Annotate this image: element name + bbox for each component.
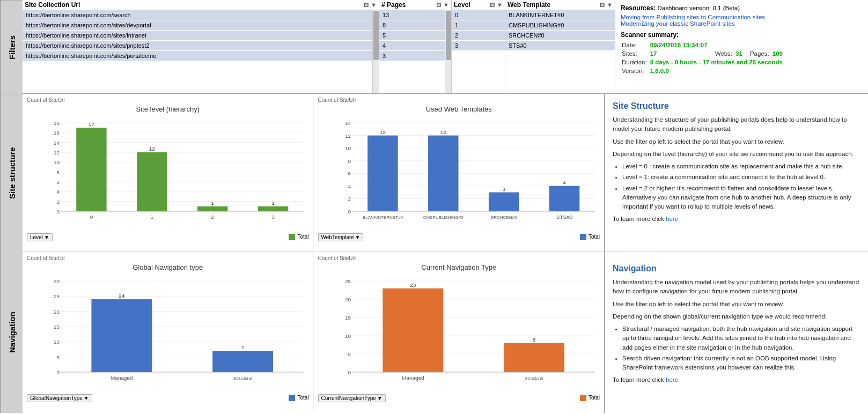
svg-rect-50 [367,136,398,211]
svg-text:14: 14 [344,120,351,126]
filter-item[interactable]: 5 [379,31,451,41]
site-structure-p1: Understanding the structure of your publ… [613,115,860,134]
filter-title-url: Site Collection Url [25,1,80,9]
filter-funnel-icon-template[interactable]: ▼ [607,2,613,9]
content-area: Site Collection Url ⊟ ▼ https://bertonli… [23,0,868,413]
charts-info-area: Count of SiteUrl Site level (hierarchy) … [23,94,868,413]
link-publishing-sites[interactable]: Moving from Publishing sites to Communic… [621,14,765,20]
global-nav-legend-color [289,395,295,401]
filter-scrollbar-pages[interactable] [445,10,451,93]
filter-item[interactable]: SRCHCEN#0 [505,31,615,41]
site-structure-title: Site Structure [613,101,860,111]
svg-text:1: 1 [211,200,214,206]
current-nav-count-label: Count of SiteUrl [318,255,600,261]
filter-scrollbar-url[interactable] [372,10,379,93]
link-modernizing[interactable]: Modernizing your classic SharePoint site… [621,20,735,27]
filter-sort-icon-url[interactable]: ⊟ [364,2,369,9]
svg-text:20: 20 [54,309,60,315]
level-filter-btn[interactable]: Level ▼ [27,233,53,241]
filter-item[interactable]: 3 [452,41,505,51]
filter-item[interactable]: 13 [379,10,451,20]
filter-sort-icon-template[interactable]: ⊟ [600,2,605,9]
svg-text:Managed: Managed [111,375,133,381]
svg-text:16: 16 [54,130,60,136]
duration-value: 0 days - 0 hours - 17 minutes and 25 sec… [650,58,785,66]
filter-scrollbar-thumb-pages [446,11,451,60]
web-templates-chart-area: 0246810121412BLANKINTERNET#012CMSPUBLISH… [318,117,600,230]
filter-item[interactable]: https://bertonline.sharepoint.com/sites/… [23,31,379,41]
filter-item[interactable]: https://bertonline.sharepoint.com/sites/… [23,41,379,51]
site-level-chart-title: Site level (hierarchy) [27,105,309,113]
svg-text:2: 2 [211,214,214,220]
global-nav-count-label: Count of SiteUrl [27,255,309,261]
navigation-learn-more: To learn more click here [613,375,860,385]
svg-text:4: 4 [563,180,566,186]
filter-sort-icon-level[interactable]: ⊟ [490,2,495,9]
scanner-info-table: Date: 09/24/2018 13:34:07 Sites: 17 Webs… [621,40,786,76]
global-nav-filter-btn[interactable]: GlobalNavigationType ▼ [27,394,92,402]
sidebar-labels: Filters Site structure Navigation [0,0,23,413]
site-structure-here-link[interactable]: here [666,216,678,222]
filter-row: Site Collection Url ⊟ ▼ https://bertonli… [23,0,868,94]
svg-text:0: 0 [90,214,93,220]
filter-item[interactable]: 8 [379,20,451,31]
filter-funnel-icon-level[interactable]: ▼ [497,2,503,9]
version-label: Version: [622,67,649,75]
site-level-footer: Level ▼ Total [27,232,309,241]
filter-funnel-icon-url[interactable]: ▼ [371,2,377,9]
filter-item[interactable]: BLANKINTERNET#0 [505,10,615,20]
svg-text:18: 18 [54,120,60,126]
filter-item[interactable]: CMSPUBLISHING#0 [505,20,615,31]
filter-item[interactable]: 3 [379,51,451,61]
svg-text:Managed: Managed [402,375,424,381]
filter-item[interactable]: https://bertonline.sharepoint.com/search [23,10,379,20]
svg-text:0: 0 [56,369,60,375]
current-nav-legend: Total [580,395,600,401]
filter-list-level: 0123 [452,10,505,93]
svg-text:20: 20 [344,297,351,302]
svg-text:12: 12 [54,150,60,156]
filter-item[interactable]: 4 [379,41,451,51]
global-nav-chart-box: Count of SiteUrl Global Navigation type … [23,252,314,413]
svg-text:6: 6 [56,179,60,185]
filter-item[interactable]: STS#0 [505,41,615,51]
filter-funnel-icon-pages[interactable]: ▼ [443,2,449,9]
svg-text:0: 0 [348,369,351,375]
svg-text:SRCHCEN#0: SRCHCEN#0 [490,215,517,220]
svg-text:4: 4 [56,189,60,195]
site-structure-p3: Depending on the level (hierarchy) of yo… [613,150,860,159]
svg-text:10: 10 [344,333,351,339]
version-value: 1.6.0.0 [650,67,710,75]
svg-rect-80 [212,351,273,372]
right-info-panels: Site Structure Understanding the structu… [605,94,868,413]
duration-label: Duration: [622,58,649,66]
current-nav-svg: 051015202523Managed8Structural [336,276,600,391]
site-structure-info-panel: Site Structure Understanding the structu… [605,94,868,252]
svg-rect-77 [91,299,152,372]
current-nav-filter-btn[interactable]: CurrentNavigationType ▼ [318,394,386,402]
bullet-item: Level = 1: create a communication site a… [622,173,860,182]
filter-sort-icon-pages[interactable]: ⊟ [436,2,441,9]
webtemplate-filter-btn[interactable]: WebTemplate ▼ [318,233,364,241]
svg-text:12: 12 [344,133,351,139]
filter-item[interactable]: https://bertonline.sharepoint.com/sites/… [23,20,379,31]
resources-header: Resources: Dashboard version: 0.1 (Beta) [621,4,863,12]
svg-text:10: 10 [54,159,60,165]
filter-item[interactable]: 1 [452,20,505,31]
current-nav-legend-color [580,395,586,401]
navigation-here-link[interactable]: here [666,376,678,383]
svg-text:8: 8 [348,158,351,164]
svg-text:14: 14 [54,140,60,146]
date-label: Date: [622,41,649,49]
filter-item[interactable]: https://bertonline.sharepoint.com/sites/… [23,51,379,61]
filter-icons-url: ⊟ ▼ [364,2,377,9]
site-level-svg: 0246810121416181701211213 [45,117,309,230]
svg-text:5: 5 [56,354,60,360]
svg-text:0: 0 [348,209,351,215]
filter-item[interactable]: 2 [452,31,505,41]
svg-text:Structural: Structural [525,376,543,381]
svg-rect-21 [76,128,106,211]
web-templates-legend-color [580,234,586,240]
filter-title-level: Level [454,1,470,9]
filter-item[interactable]: 0 [452,10,505,20]
